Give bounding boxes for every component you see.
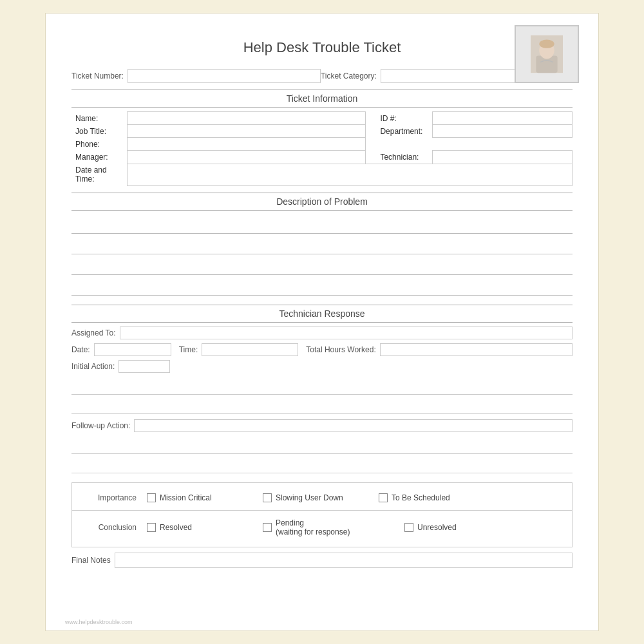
initial-action-row: Initial Action: — [71, 360, 573, 373]
ticket-number-label: Ticket Number: — [71, 71, 124, 80]
description-section: Description of Problem — [71, 193, 573, 296]
time-label: Time: — [179, 345, 198, 354]
followup-label: Follow-up Action: — [71, 421, 130, 430]
table-row: Manager: Technician: — [71, 151, 573, 164]
technician-header: Technician Response — [71, 305, 573, 323]
importance-label: Importance — [79, 493, 137, 502]
date-time-row: Date: Time: Total Hours Worked: — [71, 343, 573, 356]
total-hours-input[interactable] — [380, 343, 573, 356]
assigned-to-input[interactable] — [120, 327, 573, 339]
pending-label: Pending (waiting for response) — [276, 518, 350, 536]
id-input[interactable] — [432, 112, 572, 125]
desc-line-4[interactable] — [71, 278, 573, 296]
ticket-number-field: Ticket Number: — [71, 69, 321, 83]
photo-box — [515, 25, 579, 83]
conclusion-label: Conclusion — [79, 523, 137, 532]
date-input[interactable] — [94, 343, 171, 356]
final-notes-row: Final Notes — [71, 553, 573, 568]
pending-item: Pending (waiting for response) — [263, 518, 392, 536]
initial-action-input[interactable] — [118, 360, 170, 373]
datetime-label: Date and Time: — [71, 164, 128, 185]
followup-action-area — [71, 437, 573, 473]
unresolved-label: Unresolved — [417, 523, 457, 532]
name-label: Name: — [71, 112, 128, 125]
initial-action-line-2[interactable] — [71, 397, 573, 414]
importance-row: Importance Mission Critical Slowing User… — [72, 489, 572, 506]
department-label: Department: — [376, 125, 432, 138]
mission-critical-checkbox[interactable] — [147, 493, 156, 502]
mission-critical-label: Mission Critical — [160, 493, 212, 502]
final-notes-label: Final Notes — [71, 556, 111, 565]
jobtitle-label: Job Title: — [71, 125, 128, 138]
top-fields: Ticket Number: Ticket Category: — [71, 69, 573, 83]
assigned-to-row: Assigned To: — [71, 327, 573, 339]
slowing-user-down-label: Slowing User Down — [276, 493, 343, 502]
resolved-label: Resolved — [160, 523, 192, 532]
description-header: Description of Problem — [71, 193, 573, 211]
ticket-category-label: Ticket Category: — [321, 71, 377, 80]
slowing-user-down-item: Slowing User Down — [263, 493, 366, 502]
to-be-scheduled-label: To Be Scheduled — [392, 493, 450, 502]
table-row: Date and Time: — [71, 164, 573, 185]
table-row: Phone: — [71, 138, 573, 151]
initial-action-line-1[interactable] — [71, 378, 573, 395]
ticket-number-input[interactable] — [128, 69, 321, 83]
importance-section: Importance Mission Critical Slowing User… — [71, 482, 573, 547]
description-lines — [71, 216, 573, 296]
technician-input[interactable] — [432, 151, 572, 164]
initial-action-label: Initial Action: — [71, 362, 115, 371]
desc-line-3[interactable] — [71, 257, 573, 275]
department-input[interactable] — [432, 125, 572, 138]
page: Help Desk Trouble Ticket Ticket Number: … — [45, 13, 599, 631]
watermark: www.helpdesktrouble.com — [65, 619, 133, 625]
manager-input[interactable] — [128, 151, 365, 164]
conclusion-row: Conclusion Resolved Pending (waiting for… — [72, 515, 572, 540]
followup-input[interactable] — [134, 419, 573, 432]
phone-label: Phone: — [71, 138, 128, 151]
manager-label: Manager: — [71, 151, 128, 164]
followup-row: Follow-up Action: — [71, 419, 573, 432]
resolved-item: Resolved — [147, 523, 250, 532]
to-be-scheduled-item: To Be Scheduled — [379, 493, 482, 502]
technician-section: Technician Response Assigned To: Date: T… — [71, 305, 573, 473]
table-row: Job Title: Department: — [71, 125, 573, 138]
jobtitle-input[interactable] — [128, 125, 365, 138]
ticket-info-table: Name: ID #: Job Title: Department: Phone… — [71, 111, 573, 186]
page-title: Help Desk Trouble Ticket — [71, 39, 573, 56]
id-label: ID #: — [376, 112, 432, 125]
initial-action-area — [71, 378, 573, 414]
unresolved-checkbox[interactable] — [404, 523, 413, 532]
technician-label: Technician: — [376, 151, 432, 164]
followup-action-line-2[interactable] — [71, 457, 573, 473]
desc-line-2[interactable] — [71, 236, 573, 254]
section-divider — [72, 510, 572, 511]
date-label: Date: — [71, 345, 90, 354]
slowing-user-down-checkbox[interactable] — [263, 493, 272, 502]
pending-checkbox[interactable] — [263, 523, 272, 532]
followup-action-line-1[interactable] — [71, 437, 573, 454]
final-notes-input[interactable] — [115, 553, 573, 568]
mission-critical-item: Mission Critical — [147, 493, 250, 502]
svg-point-3 — [539, 40, 554, 48]
desc-line-1[interactable] — [71, 216, 573, 234]
unresolved-item: Unresolved — [404, 523, 507, 532]
datetime-input[interactable] — [128, 164, 573, 185]
total-hours-label: Total Hours Worked: — [306, 345, 376, 354]
assigned-to-label: Assigned To: — [71, 328, 116, 337]
to-be-scheduled-checkbox[interactable] — [379, 493, 388, 502]
table-row: Name: ID #: — [71, 112, 573, 125]
name-input[interactable] — [128, 112, 365, 125]
resolved-checkbox[interactable] — [147, 523, 156, 532]
ticket-info-header: Ticket Information — [71, 90, 573, 108]
phone-input[interactable] — [128, 138, 365, 151]
time-input[interactable] — [202, 343, 298, 356]
